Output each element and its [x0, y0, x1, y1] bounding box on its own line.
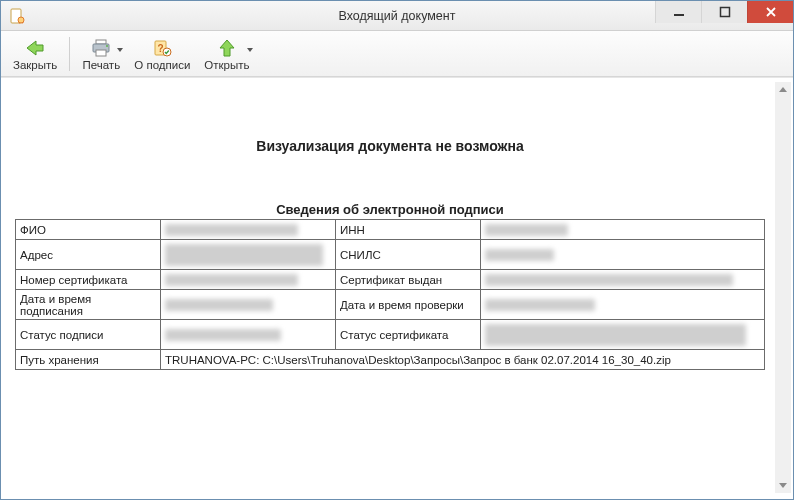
sign-dt-label: Дата и время подписания	[16, 290, 161, 320]
back-arrow-icon	[24, 37, 46, 59]
scroll-up-icon[interactable]	[775, 82, 791, 98]
app-icon	[9, 8, 25, 24]
svg-point-7	[106, 45, 108, 47]
storage-path-label: Путь хранения	[16, 350, 161, 370]
cert-status-label: Статус сертификата	[336, 320, 481, 350]
close-window-button[interactable]	[747, 1, 793, 23]
toolbar: Закрыть Печать ?	[1, 31, 793, 77]
window-frame: Входящий документ Закрыть	[0, 0, 794, 500]
open-label: Открыть	[204, 59, 249, 71]
sign-status-value	[161, 320, 336, 350]
fio-value	[161, 220, 336, 240]
table-row: Статус подписи Статус сертификата	[16, 320, 765, 350]
table-row: Адрес СНИЛС	[16, 240, 765, 270]
svg-rect-4	[96, 40, 106, 44]
fio-label: ФИО	[16, 220, 161, 240]
table-row: Путь хранения TRUHANOVA-PC: C:\Users\Tru…	[16, 350, 765, 370]
close-label: Закрыть	[13, 59, 57, 71]
cert-status-value	[481, 320, 765, 350]
visualization-unavailable-message: Визуализация документа не возможна	[15, 138, 765, 154]
cert-issued-value	[481, 270, 765, 290]
table-row: Номер сертификата Сертификат выдан	[16, 270, 765, 290]
signature-details-table: ФИО ИНН Адрес СНИЛС Номер сертификата Се…	[15, 219, 765, 370]
table-row: Дата и время подписания Дата и время про…	[16, 290, 765, 320]
close-button[interactable]: Закрыть	[7, 33, 63, 75]
signature-info-label: О подписи	[134, 59, 190, 71]
snils-label: СНИЛС	[336, 240, 481, 270]
toolbar-separator	[69, 37, 70, 71]
chevron-down-icon	[116, 43, 124, 51]
check-dt-label: Дата и время проверки	[336, 290, 481, 320]
maximize-button[interactable]	[701, 1, 747, 23]
svg-rect-2	[674, 14, 684, 16]
title-bar: Входящий документ	[1, 1, 793, 31]
svg-rect-3	[720, 8, 729, 17]
print-label: Печать	[82, 59, 120, 71]
up-arrow-icon	[216, 37, 238, 59]
window-controls	[655, 1, 793, 30]
cert-no-value	[161, 270, 336, 290]
address-label: Адрес	[16, 240, 161, 270]
document-viewport: Визуализация документа не возможна Сведе…	[7, 82, 773, 493]
signature-info-icon: ?	[151, 37, 173, 59]
sign-status-label: Статус подписи	[16, 320, 161, 350]
signature-section-title: Сведения об электронной подписи	[15, 202, 765, 217]
table-row: ФИО ИНН	[16, 220, 765, 240]
storage-path-value: TRUHANOVA-PC: C:\Users\Truhanova\Desktop…	[161, 350, 765, 370]
vertical-scrollbar[interactable]	[775, 82, 791, 493]
inn-value	[481, 220, 765, 240]
chevron-down-icon	[246, 43, 254, 51]
snils-value	[481, 240, 765, 270]
inn-label: ИНН	[336, 220, 481, 240]
sign-dt-value	[161, 290, 336, 320]
check-dt-value	[481, 290, 765, 320]
cert-issued-label: Сертификат выдан	[336, 270, 481, 290]
print-button[interactable]: Печать	[76, 33, 126, 75]
signature-info-button[interactable]: ? О подписи	[128, 33, 196, 75]
minimize-button[interactable]	[655, 1, 701, 23]
scroll-down-icon[interactable]	[775, 477, 791, 493]
svg-rect-6	[96, 50, 106, 56]
printer-icon	[90, 37, 112, 59]
open-button[interactable]: Открыть	[198, 33, 255, 75]
svg-point-1	[18, 17, 24, 23]
content-area: Визуализация документа не возможна Сведе…	[1, 77, 793, 499]
address-value	[161, 240, 336, 270]
cert-no-label: Номер сертификата	[16, 270, 161, 290]
